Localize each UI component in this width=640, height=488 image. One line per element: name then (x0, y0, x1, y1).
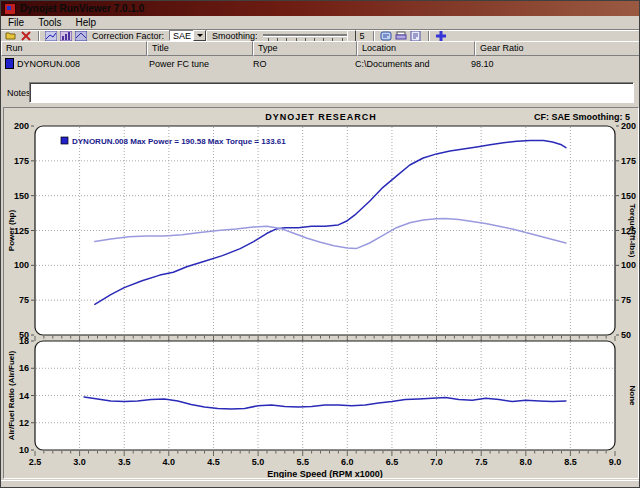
smoothing-label: Smoothing: (212, 31, 258, 41)
x-tick-label: 3.0 (73, 457, 86, 467)
table-row[interactable]: DYNORUN.008 Power FC tune RO C:\Document… (1, 56, 640, 71)
run-title: Power FC tune (145, 56, 249, 71)
y-axis-title-left: Power (hp) (7, 210, 16, 252)
y-axis-title-right: Torque (ft-lbs) (628, 204, 637, 258)
x-tick-label: 4.5 (207, 457, 220, 467)
y-tick-label-right: 200 (621, 121, 636, 131)
correction-factor-label: Correction Factor: (92, 31, 164, 41)
menu-help[interactable]: Help (68, 17, 103, 28)
y-axis-title-left: Air/Fuel Ratio (Air/Fuel) (7, 351, 16, 441)
run-table-header: Run Title Type Location Gear Ratio (1, 41, 640, 56)
x-tick-label: 2.5 (29, 457, 42, 467)
smoothing-slider[interactable] (263, 30, 355, 41)
x-tick-label: 7.5 (475, 457, 488, 467)
run-location: C:\Documents and (351, 56, 467, 71)
column-header-type[interactable]: Type (253, 41, 357, 56)
app-window: Dynojet RunViewer 7.0.1.0 File Tools Hel… (0, 0, 640, 488)
notes-row: Notes: (1, 81, 640, 105)
x-tick-label: 3.5 (118, 457, 131, 467)
run-name: DYNORUN.008 (17, 59, 80, 69)
app-icon (4, 3, 16, 15)
legend-swatch (61, 137, 68, 144)
x-axis-tick-ruler (35, 336, 615, 341)
y-axis-title-right: None (628, 386, 637, 407)
chart-panel: DYNOJET RESEARCH CF: SAE Smoothing: 5 50… (3, 107, 639, 479)
y-tick-label: 200 (14, 121, 29, 131)
y-tick-label-right: 150 (621, 191, 636, 201)
notes-input[interactable] (29, 82, 634, 103)
y-tick-label: 14 (19, 391, 29, 401)
x-tick-label: 5.0 (252, 457, 265, 467)
y-tick-label: 75 (19, 295, 29, 305)
y-tick-label: 125 (14, 226, 29, 236)
open-run-icon[interactable] (5, 30, 17, 41)
x-tick-label: 9.0 (609, 457, 622, 467)
graph-overlay-icon[interactable] (60, 30, 72, 41)
run-gear-ratio: 98.10 (467, 56, 640, 71)
toolbar: Correction Factor: SAE Smoothing: 5 (1, 29, 640, 41)
menu-tools[interactable]: Tools (31, 17, 68, 28)
chevron-down-icon[interactable] (193, 30, 206, 41)
graph-power-icon[interactable] (45, 30, 57, 41)
x-tick-label: 4.0 (163, 457, 176, 467)
x-tick-label: 6.5 (386, 457, 399, 467)
y-tick-label: 150 (14, 191, 29, 201)
y-tick-label: 100 (14, 260, 29, 270)
toolbar-separator (38, 31, 39, 41)
column-header-gear-ratio[interactable]: Gear Ratio (475, 41, 640, 56)
y-tick-label: 18 (19, 336, 29, 346)
x-tick-label: 8.0 (520, 457, 533, 467)
y-tick-label-right: 175 (621, 156, 636, 166)
x-tick-label: 7.0 (430, 457, 443, 467)
status-bar (1, 480, 640, 488)
run-color-swatch (5, 58, 14, 69)
run-table: Run Title Type Location Gear Ratio DYNOR… (1, 41, 640, 71)
smoothing-value: 5 (360, 31, 365, 41)
overlay-add-icon[interactable] (435, 30, 447, 41)
menu-bar: File Tools Help (1, 16, 640, 30)
x-tick-label: 8.5 (564, 457, 577, 467)
report-icon[interactable] (410, 30, 422, 41)
x-axis-tick-ruler (35, 451, 615, 456)
legend-text: DYNORUN.008 Max Power = 190.58 Max Torqu… (72, 137, 286, 146)
graph-setup-icon[interactable] (75, 30, 87, 41)
close-run-icon[interactable] (20, 30, 32, 41)
column-header-location[interactable]: Location (357, 41, 475, 56)
y-tick-label-right: 75 (621, 295, 631, 305)
y-tick-label-right: 100 (621, 260, 636, 270)
menu-file[interactable]: File (1, 17, 31, 28)
y-tick-label: 10 (19, 445, 29, 455)
run-type: RO (249, 56, 351, 71)
x-tick-label: 6.0 (341, 457, 354, 467)
toolbar-separator (373, 31, 374, 41)
y-tick-label: 12 (19, 418, 29, 428)
column-header-title[interactable]: Title (147, 41, 253, 56)
y-tick-label: 175 (14, 156, 29, 166)
x-axis-title: Engine Speed (RPM x1000) (267, 469, 383, 478)
window-title: Dynojet RunViewer 7.0.1.0 (20, 3, 144, 14)
column-header-run[interactable]: Run (1, 41, 147, 56)
correction-factor-select[interactable]: SAE (169, 30, 207, 41)
correction-factor-value: SAE (173, 31, 191, 41)
y-tick-label-right: 50 (621, 330, 631, 340)
toolbar-separator (428, 31, 429, 41)
notes-icon[interactable] (380, 30, 392, 41)
y-tick-label: 16 (19, 363, 29, 373)
dyno-chart: 50507575100100125125150150175175200200Po… (4, 108, 638, 478)
x-tick-label: 5.5 (296, 457, 309, 467)
print-icon[interactable] (395, 30, 407, 41)
title-bar: Dynojet RunViewer 7.0.1.0 (1, 1, 640, 16)
